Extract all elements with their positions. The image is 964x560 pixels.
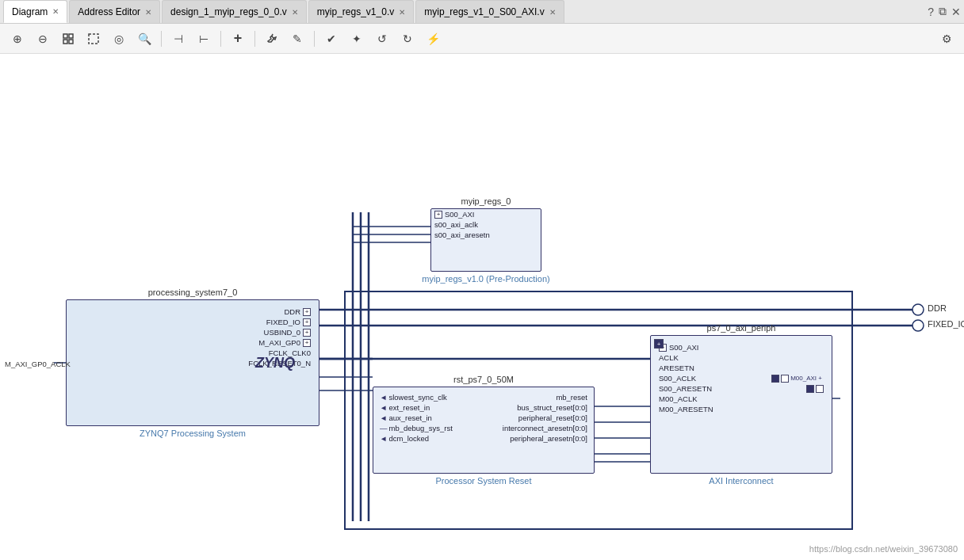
tab-diagram-label: Diagram bbox=[12, 6, 48, 17]
add-button[interactable]: + bbox=[227, 28, 249, 50]
block-zynq-subtitle: ZYNQ7 Processing System bbox=[140, 429, 246, 438]
tab-myip-v1-label: myip_regs_v1_0.v bbox=[317, 6, 394, 17]
output-fixed-io: FIXED_IO bbox=[928, 319, 964, 329]
toolbar-right: ⚙ bbox=[935, 28, 958, 50]
close-panel-icon[interactable]: ✕ bbox=[951, 6, 961, 18]
settings-button[interactable]: ⚙ bbox=[935, 28, 958, 50]
crossbar-icon4 bbox=[816, 385, 824, 393]
tab-myip-s00-close[interactable]: ✕ bbox=[549, 8, 556, 17]
block-axi-periph-subtitle: AXI Interconnect bbox=[709, 476, 773, 486]
zoom-in-button[interactable]: ⊕ bbox=[6, 28, 29, 50]
port-m-axi-gp0: M_AXI_GP0 + bbox=[71, 337, 314, 348]
port-s00-axi: +S00_AXI bbox=[431, 209, 541, 219]
tab-address-editor-label: Address Editor bbox=[78, 6, 140, 17]
tab-address-editor[interactable]: Address Editor ✕ bbox=[69, 0, 160, 23]
rst-left-ports: ◄slowest_sync_clk ◄ext_reset_in ◄aux_res… bbox=[377, 392, 484, 444]
port-plus-icon: + bbox=[434, 211, 442, 219]
pin-button[interactable]: ✦ bbox=[346, 28, 368, 50]
help-icon[interactable]: ? bbox=[928, 6, 934, 18]
port-ddr: DDR + bbox=[71, 307, 314, 317]
crossbar-icon3 bbox=[806, 385, 814, 393]
rst-right-ports: mb_reset bus_struct_reset[0:0] periphera… bbox=[484, 392, 591, 444]
popout-icon[interactable]: ⧉ bbox=[939, 5, 947, 18]
block-myip-regs[interactable]: myip_regs_0 +S00_AXI s00_axi_aclk s00_ax… bbox=[430, 208, 541, 272]
tool-button[interactable] bbox=[261, 28, 283, 50]
svg-rect-1 bbox=[69, 34, 73, 38]
validate-button[interactable]: ✔ bbox=[320, 28, 342, 50]
sep4 bbox=[314, 31, 315, 47]
connect-button[interactable]: ⚡ bbox=[422, 28, 444, 50]
sep3 bbox=[254, 31, 255, 47]
fit-view-button[interactable] bbox=[57, 28, 79, 50]
tab-design1-close[interactable]: ✕ bbox=[292, 8, 298, 17]
tab-design1-label: design_1_myip_regs_0_0.v bbox=[170, 6, 287, 17]
zoom-out-button[interactable]: ⊖ bbox=[32, 28, 54, 50]
crossbar-icon2 bbox=[781, 375, 789, 383]
undo-button[interactable]: ⊣ bbox=[167, 28, 189, 50]
svg-point-24 bbox=[912, 320, 924, 331]
block-myip-regs-title: myip_regs_0 bbox=[461, 196, 511, 206]
port-m-axi-gp0-aclk: M_AXI_GP0_ACLK bbox=[5, 360, 71, 368]
axi-periph-plus: + bbox=[654, 339, 664, 349]
search-button[interactable]: 🔍 bbox=[133, 28, 155, 50]
port-s00-aclk: s00_axi_aclk bbox=[431, 219, 541, 230]
svg-rect-0 bbox=[63, 34, 67, 38]
tab-myip-s00-label: myip_regs_v1_0_S00_AXI.v bbox=[424, 6, 544, 17]
output-ddr: DDR bbox=[928, 303, 947, 313]
redo-button[interactable]: ⊢ bbox=[193, 28, 215, 50]
block-zynq-title: processing_system7_0 bbox=[148, 288, 238, 297]
refresh-all-button[interactable]: ↻ bbox=[396, 28, 419, 50]
tab-diagram[interactable]: Diagram ✕ bbox=[3, 0, 67, 23]
tab-myip-s00[interactable]: myip_regs_v1_0_S00_AXI.v ✕ bbox=[415, 0, 564, 23]
block-zynq[interactable]: processing_system7_0 M_AXI_GP0_ACLK DDR … bbox=[66, 299, 319, 426]
diagram-area: myip_regs_0 +S00_AXI s00_axi_aclk s00_ax… bbox=[0, 54, 964, 560]
tab-diagram-close[interactable]: ✕ bbox=[52, 7, 59, 16]
svg-rect-3 bbox=[69, 40, 73, 44]
axi-periph-ports: +S00_AXI ACLK ARESETN S00_ACLK M00_AXI +… bbox=[656, 339, 827, 414]
block-axi-periph-title: ps7_0_axi_periph bbox=[707, 323, 776, 333]
block-myip-regs-subtitle: myip_regs_v1.0 (Pre-Production) bbox=[422, 274, 549, 284]
tab-bar: Diagram ✕ Address Editor ✕ design_1_myip… bbox=[0, 0, 964, 24]
block-axi-periph[interactable]: ps7_0_axi_periph + +S00_AXI ACLK ARESETN… bbox=[650, 335, 832, 474]
sep1 bbox=[161, 31, 162, 47]
port-s00-aresetn: s00_axi_aresetn bbox=[431, 230, 541, 240]
tab-address-editor-close[interactable]: ✕ bbox=[145, 8, 151, 17]
svg-point-23 bbox=[912, 304, 924, 315]
select-button[interactable] bbox=[82, 28, 105, 50]
sep2 bbox=[220, 31, 221, 47]
refresh-button[interactable]: ↺ bbox=[371, 28, 393, 50]
svg-rect-4 bbox=[89, 34, 98, 44]
port-usbind: USBIND_0 + bbox=[71, 327, 314, 337]
tab-design1[interactable]: design_1_myip_regs_0_0.v ✕ bbox=[162, 0, 307, 23]
tab-myip-v1[interactable]: myip_regs_v1_0.v ✕ bbox=[308, 0, 414, 23]
watermark: https://blog.csdn.net/weixin_39673080 bbox=[809, 544, 958, 554]
svg-rect-2 bbox=[63, 40, 67, 44]
zynq-logo: ZYNQ bbox=[255, 355, 295, 371]
toolbar: ⊕ ⊖ ◎ 🔍 ⊣ ⊢ + ✎ ✔ ✦ ↺ ↻ ⚡ ⚙ bbox=[0, 24, 964, 54]
port-fixed-io: FIXED_IO + bbox=[71, 317, 314, 327]
edit-button[interactable]: ✎ bbox=[286, 28, 308, 50]
crossbar-icon1 bbox=[771, 375, 779, 383]
tab-myip-v1-close[interactable]: ✕ bbox=[399, 8, 405, 17]
tab-bar-right: ? ⧉ ✕ bbox=[928, 5, 961, 18]
block-rst[interactable]: rst_ps7_0_50M ◄slowest_sync_clk ◄ext_res… bbox=[373, 387, 595, 474]
pan-button[interactable]: ◎ bbox=[108, 28, 130, 50]
block-rst-subtitle: Processor System Reset bbox=[435, 476, 531, 486]
block-rst-title: rst_ps7_0_50M bbox=[453, 375, 514, 384]
